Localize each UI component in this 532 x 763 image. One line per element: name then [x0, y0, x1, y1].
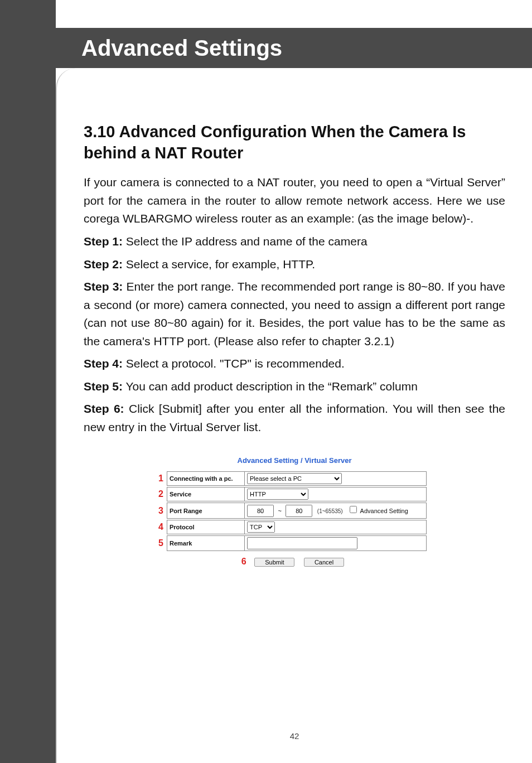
remark-input[interactable] [247, 537, 357, 549]
callout-1: 1 [153, 471, 166, 486]
row-service: Service HTTP [167, 487, 427, 501]
step-5-text: You can add product description in the “… [123, 380, 418, 393]
header-band: Advanced Settings [56, 28, 532, 68]
section-heading: 3.10 Advanced Configuration When the Cam… [84, 122, 505, 163]
step-6-label: Step 6: [84, 402, 124, 415]
step-1: Step 1: Select the IP address and name o… [84, 233, 505, 251]
step-6: Step 6: Click [Submit] after you enter a… [84, 400, 505, 436]
step-3-text: Enter the port range. The recommended po… [84, 280, 505, 347]
page-number: 42 [57, 731, 532, 741]
callout-5: 5 [153, 535, 166, 551]
advanced-setting-label: Advanced Setting [360, 508, 408, 514]
step-3: Step 3: Enter the port range. The recomm… [84, 278, 505, 350]
virtual-server-table: 1 Connecting with a pc. Please select a … [152, 470, 428, 552]
port-range-help: (1~65535) [315, 508, 345, 514]
step-3-label: Step 3: [84, 280, 123, 293]
router-virtual-server: Advanced Setting / Virtual Server 1 Conn… [152, 456, 437, 567]
side-band [0, 0, 56, 763]
content: 3.10 Advanced Configuration When the Cam… [57, 68, 532, 567]
callout-6: 6 [241, 557, 246, 566]
row-connecting-pc: Connecting with a pc. Please select a PC [167, 472, 427, 486]
button-row: 6 Submit Cancel [152, 557, 437, 567]
row-port-range: Port Range ~ (1~65535) Advanced S [167, 503, 427, 519]
page-title: Advanced Settings [56, 36, 282, 61]
callout-2: 2 [153, 487, 166, 501]
select-pc[interactable]: Please select a PC [247, 473, 342, 484]
page: Advanced Settings 3.10 Advanced Configur… [0, 0, 532, 763]
select-service[interactable]: HTTP [247, 489, 308, 500]
step-2: Step 2: Select a service, for example, H… [84, 255, 505, 274]
row-remark: Remark [167, 536, 427, 551]
step-2-text: Select a service, for example, HTTP. [123, 258, 315, 271]
step-1-text: Select the IP address and name of the ca… [123, 235, 367, 248]
label-service: Service [167, 487, 245, 501]
label-remark: Remark [167, 536, 245, 551]
virtual-server-title: Advanced Setting / Virtual Server [152, 456, 437, 465]
label-connecting-pc: Connecting with a pc. [167, 472, 245, 486]
step-2-label: Step 2: [84, 258, 123, 271]
step-5: Step 5: You can add product description … [84, 378, 505, 396]
select-protocol[interactable]: TCP [247, 521, 275, 533]
step-4: Step 4: Select a protocol. "TCP" is reco… [84, 355, 505, 373]
callout-4: 4 [153, 520, 166, 534]
tilde: ~ [276, 508, 283, 514]
label-port-range: Port Range [167, 503, 245, 519]
step-6-text: Click [Submit] after you enter all the i… [84, 402, 505, 433]
intro-paragraph: If your camera is connected to a NAT rou… [84, 173, 505, 228]
label-protocol: Protocol [167, 520, 245, 534]
port-to-input[interactable] [286, 505, 312, 517]
row-protocol: Protocol TCP [167, 520, 427, 534]
cancel-button[interactable]: Cancel [304, 558, 344, 567]
submit-button[interactable]: Submit [254, 558, 294, 567]
step-1-label: Step 1: [84, 235, 123, 248]
step-4-text: Select a protocol. "TCP" is recommended. [123, 357, 345, 370]
port-from-input[interactable] [247, 505, 274, 517]
advanced-setting-checkbox[interactable] [350, 506, 357, 513]
content-frame: 3.10 Advanced Configuration When the Cam… [56, 68, 532, 763]
step-4-label: Step 4: [84, 357, 123, 370]
callout-3: 3 [153, 503, 166, 519]
step-5-label: Step 5: [84, 380, 123, 393]
